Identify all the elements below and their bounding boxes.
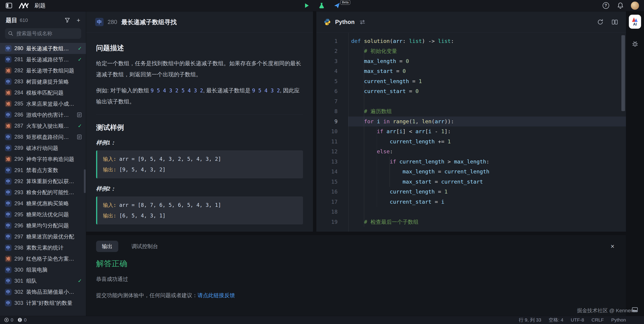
close-output-button[interactable]: ×: [609, 242, 616, 250]
problem-id: 291: [14, 167, 23, 173]
problem-id: 285: [14, 101, 23, 107]
code-line[interactable]: 12 else:: [316, 147, 626, 157]
problem-id: 303: [14, 300, 23, 306]
problems-indicator[interactable]: 0 0: [4, 317, 26, 323]
line-number: 5: [316, 76, 338, 86]
code-line[interactable]: 9 for i in range(1, len(arr)):: [316, 117, 626, 127]
code-line-content: current_start = 0: [348, 86, 626, 96]
problem-list-item[interactable]: 中283树苗健康提升策略: [0, 76, 86, 87]
ai-logo-icon: [632, 17, 638, 22]
filter-button[interactable]: [64, 17, 71, 24]
submit-button[interactable]: [333, 2, 341, 9]
code-area[interactable]: 1def solution(arr: list) -> list:2 # 初始化…: [316, 36, 626, 227]
code-line[interactable]: 10 if arr[i] < arr[i - 1]:: [316, 127, 626, 136]
code-line[interactable]: 2 # 初始化变量: [316, 46, 626, 56]
search-box: [5, 28, 81, 39]
problem-list-item[interactable]: 难299红色格子染色方案…: [0, 253, 86, 264]
user-avatar[interactable]: [631, 1, 639, 10]
problem-list-item[interactable]: 中302装饰品丑陋值最小…: [0, 287, 86, 298]
problem-title: 矩形棋盘路径问…: [26, 134, 74, 141]
refresh-icon: [597, 19, 603, 25]
code-line[interactable]: 13 if current_length > max_length:: [316, 157, 626, 167]
code-line[interactable]: 16 current_length = 1: [316, 187, 626, 197]
samples-heading: 测试样例: [96, 123, 303, 132]
description-paragraph: 给定一个数组，任务是找到数组中的最长递减子数组。如果存在多个长度相同的最长递减子…: [96, 58, 303, 80]
problem-list-item[interactable]: 中292算珠重新分配以获…: [0, 176, 86, 187]
ai-assistant-button[interactable]: AI: [629, 15, 641, 29]
problem-list-item[interactable]: 难287火车驶入驶出顺…✓: [0, 120, 86, 131]
debug-button[interactable]: [631, 39, 639, 48]
code-line[interactable]: 8 # 遍历数组: [316, 106, 626, 116]
problem-id: 280: [108, 19, 117, 25]
topbar-left: 刷题: [5, 2, 46, 9]
problem-list-item[interactable]: 中291禁着点方案数: [0, 164, 86, 176]
sidebar-toggle-button[interactable]: [5, 2, 13, 9]
problem-title: 破冰行动问题: [26, 145, 82, 152]
language-mode[interactable]: Python: [611, 317, 626, 323]
sidebar-scrollbar-thumb[interactable]: [84, 169, 86, 193]
problem-list-item[interactable]: 中300组装电脑: [0, 264, 86, 276]
code-line[interactable]: 6 current_start = 0: [316, 86, 626, 96]
eol-setting[interactable]: CRLF: [592, 317, 604, 323]
problem-title: 算珠重新分配以获…: [26, 178, 82, 185]
editor-scrollbar-thumb[interactable]: [622, 35, 625, 111]
run-button[interactable]: [303, 2, 310, 9]
problem-list-item[interactable]: 中296糖果均匀分配问题: [0, 220, 86, 231]
difficulty-badge: 中: [5, 278, 12, 284]
problem-list-item[interactable]: 难290神奇字符串构造问题: [0, 154, 86, 164]
problem-list-item[interactable]: 中286游戏中的伤害计…: [0, 109, 86, 120]
difficulty-badge: 难: [5, 67, 12, 74]
problem-list-item[interactable]: 难285水果店果篮最小成…: [0, 98, 86, 109]
help-button[interactable]: ?: [602, 1, 610, 10]
problem-list-item[interactable]: 中293粮食分配的可能性…: [0, 187, 86, 198]
inline-code: 9 5 4 3 2: [252, 88, 280, 93]
problem-list-item[interactable]: 中280最长递减子数组…✓: [0, 43, 86, 54]
add-problem-button[interactable]: +: [76, 16, 81, 24]
switch-language-button[interactable]: [359, 19, 366, 25]
error-count: 0: [11, 317, 13, 323]
code-line[interactable]: 14 max_length = current_length: [316, 167, 626, 176]
problem-list-item[interactable]: 中301组队✓: [0, 276, 86, 287]
code-line[interactable]: 7: [316, 96, 626, 106]
error-icon: [4, 318, 9, 323]
feedback-link[interactable]: 请点此链接反馈: [198, 292, 235, 298]
check-icon: ✓: [78, 57, 82, 63]
code-line[interactable]: 19 # 检查最后一个子数组: [316, 217, 626, 227]
help-icon: ?: [602, 2, 609, 9]
problem-list-item[interactable]: 中303计算“好数组”的数量: [0, 298, 86, 309]
problem-list-item[interactable]: 中298素数元素的统计: [0, 242, 86, 253]
encoding[interactable]: UTF-8: [571, 317, 584, 323]
problem-id: 294: [14, 200, 23, 207]
problem-list-item[interactable]: 难282最长递增子数组问题: [0, 65, 86, 76]
code-line[interactable]: 1def solution(arr: list) -> list:: [316, 36, 626, 46]
code-line[interactable]: 4 max_start = 0: [316, 66, 626, 76]
code-line[interactable]: 3 max_length = 0: [316, 56, 626, 66]
problem-list-item[interactable]: 难284模板串匹配问题: [0, 87, 86, 98]
compare-view-button[interactable]: [611, 18, 618, 26]
difficulty-badge: 中: [5, 245, 12, 251]
problem-list-item[interactable]: 中288矩形棋盘路径问…: [0, 131, 86, 143]
problem-list-item[interactable]: 中294糖果优惠购买策略: [0, 198, 86, 209]
code-line[interactable]: 18: [316, 207, 626, 217]
test-button[interactable]: [318, 2, 326, 9]
problem-list-item[interactable]: 中297糖果迷宫的最优分配: [0, 231, 86, 242]
code-line[interactable]: 15 max_start = current_start: [316, 177, 626, 187]
cursor-position[interactable]: 行 9, 列 33: [519, 317, 541, 323]
code-line[interactable]: 11 current_length += 1: [316, 137, 626, 147]
problem-title: 组队: [26, 277, 75, 285]
problem-list-item[interactable]: 中289破冰行动问题: [0, 143, 86, 154]
code-line[interactable]: 5 current_length = 1: [316, 76, 626, 86]
tab-output[interactable]: 输出: [96, 241, 118, 252]
reset-code-button[interactable]: [596, 18, 604, 26]
difficulty-badge: 中: [5, 45, 12, 52]
code-line[interactable]: 17 current_start = i: [316, 197, 626, 207]
beta-badge: Beta: [340, 0, 350, 4]
problem-list-item[interactable]: 中281最长递减路径节…✓: [0, 54, 86, 65]
difficulty-badge: 难: [5, 123, 12, 129]
indent-setting[interactable]: 空格: 4: [548, 317, 563, 323]
notifications-button[interactable]: [616, 1, 624, 10]
tab-debug-console[interactable]: 调试控制台: [126, 241, 164, 252]
problem-list-item[interactable]: 中295糖果吃法优化问题: [0, 209, 86, 220]
search-input[interactable]: [16, 30, 78, 37]
difficulty-badge: 中: [5, 56, 12, 63]
